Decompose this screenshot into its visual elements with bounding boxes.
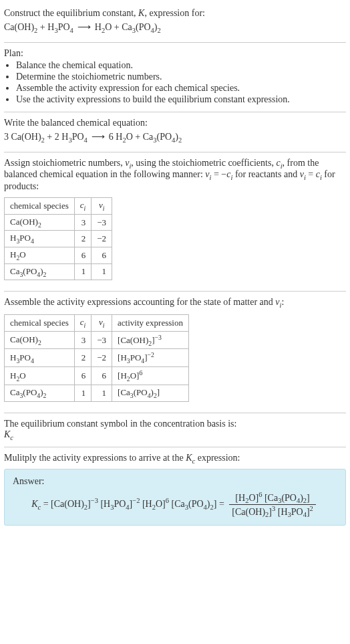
plan-list: Balance the chemical equation. Determine… (4, 60, 346, 105)
var-K: K (138, 8, 144, 18)
arrow-icon: ⟶ (73, 22, 95, 32)
species: Ca3(PO4)2 (122, 22, 161, 32)
table-row: H3PO4 2 −2 (5, 231, 112, 247)
sec-prompt: Construct the equilibrium constant, K, e… (4, 3, 346, 43)
col-species: chemical species (5, 198, 75, 215)
activity-table: chemical species ci νi activity expressi… (4, 314, 189, 402)
cell: 3 (74, 214, 92, 231)
species: H2O (95, 22, 112, 32)
species: Ca(OH)2 (4, 22, 37, 32)
species: H2O (116, 132, 133, 142)
col-activity: activity expression (112, 314, 189, 331)
species: Ca3(PO4)2 (143, 132, 182, 142)
table-row: Ca3(PO4)2 1 1 (5, 263, 112, 280)
document: Construct the equilibrium constant, K, e… (0, 0, 350, 534)
cell: 2 (74, 231, 92, 247)
sec-activity: Assemble the activity expressions accoun… (4, 292, 346, 413)
coef: 2 (55, 132, 62, 142)
cell: H3PO4 (5, 231, 75, 247)
table-row: H2O 6 6 [H2O]6 (5, 367, 189, 385)
arrow-icon: ⟶ (88, 132, 109, 142)
cell: 2 (74, 349, 92, 367)
balanced-equation: 3 Ca(OH)2 + 2 H3PO4⟶6 H2O + Ca3(PO4)2 (4, 131, 346, 144)
list-item: Assemble the activity expression for eac… (16, 83, 346, 94)
stoich-text: Assign stoichiometric numbers, νi, using… (4, 158, 346, 193)
cell: 6 (92, 247, 112, 263)
answer-box: Answer: Kc = [Ca(OH)2]−3 [H3PO4]−2 [H2O]… (4, 469, 346, 526)
cell: H2O (5, 247, 75, 263)
text: The equilibrium constant symbol in the c… (4, 419, 346, 429)
term: [H3PO4]−2 (98, 499, 140, 509)
cell: Ca(OH)2 (5, 214, 75, 231)
denominator: [Ca(OH)2]3 [H3PO4]2 (229, 505, 316, 518)
cell: 6 (74, 367, 92, 385)
cell: 6 (74, 247, 92, 263)
balanced-title: Write the balanced chemical equation: (4, 118, 346, 128)
cell: [Ca(OH)2]−3 (112, 331, 189, 349)
list-item: Determine the stoichiometric numbers. (16, 72, 346, 82)
cell: 1 (74, 263, 92, 280)
cell: −3 (92, 214, 112, 231)
table-row: Ca(OH)2 3 −3 [Ca(OH)2]−3 (5, 331, 189, 349)
answer-label: Answer: (13, 476, 337, 487)
text: Construct the equilibrium constant, (4, 8, 138, 18)
fraction: [H2O]6 [Ca3(PO4)2] [Ca(OH)2]3 [H3PO4]2 (229, 491, 316, 519)
sec-balanced: Write the balanced chemical equation: 3 … (4, 112, 346, 152)
answer-expression: Kc = [Ca(OH)2]−3 [H3PO4]−2 [H2O]6 [Ca3(P… (13, 491, 337, 519)
unbalanced-equation: Ca(OH)2 + H3PO4⟶H2O + Ca3(PO4)2 (4, 21, 346, 34)
sec-answer: Mulitply the activity expressions to arr… (4, 447, 346, 532)
multiply-text: Mulitply the activity expressions to arr… (4, 453, 346, 465)
cell: 1 (74, 385, 92, 402)
table-row: H2O 6 6 (5, 247, 112, 263)
cell: 6 (92, 367, 112, 385)
coef: 6 (109, 132, 116, 142)
cell: 3 (74, 331, 92, 349)
cell: [H2O]6 (112, 367, 189, 385)
stoich-table: chemical species ci νi Ca(OH)2 3 −3 H3PO… (4, 197, 112, 280)
col-species: chemical species (5, 314, 75, 331)
cell: Ca3(PO4)2 (5, 385, 75, 402)
coef: 3 (4, 132, 11, 142)
cell: −3 (92, 331, 112, 349)
plus: + (112, 22, 122, 32)
plus: + (37, 22, 47, 32)
list-item: Balance the chemical equation. (16, 60, 346, 71)
cell: [H3PO4]−2 (112, 349, 189, 367)
table-row: Ca3(PO4)2 1 1 [Ca3(PO4)2] (5, 385, 189, 402)
term: [Ca(OH)2]−3 (51, 499, 98, 509)
cell: −2 (92, 231, 112, 247)
table-row: chemical species ci νi (5, 198, 112, 215)
cell: Ca(OH)2 (5, 331, 75, 349)
col-ci: ci (74, 314, 92, 331)
prompt-line: Construct the equilibrium constant, K, e… (4, 8, 346, 19)
cell: [Ca3(PO4)2] (112, 385, 189, 402)
numerator: [H2O]6 [Ca3(PO4)2] (229, 491, 316, 505)
species: Ca(OH)2 (11, 132, 45, 142)
sec-kc-symbol: The equilibrium constant symbol in the c… (4, 413, 346, 447)
cell: H3PO4 (5, 349, 75, 367)
species: H3PO4 (47, 22, 73, 32)
cell: H2O (5, 367, 75, 385)
sec-stoich: Assign stoichiometric numbers, νi, using… (4, 152, 346, 292)
text: , expression for: (144, 8, 205, 18)
activity-text: Assemble the activity expressions accoun… (4, 297, 346, 309)
cell: Ca3(PO4)2 (5, 263, 75, 280)
col-nui: νi (92, 198, 112, 215)
cell: 1 (92, 385, 112, 402)
table-row: Ca(OH)2 3 −3 (5, 214, 112, 231)
table-row: chemical species ci νi activity expressi… (5, 314, 189, 331)
plan-title: Plan: (4, 48, 346, 59)
table-row: H3PO4 2 −2 [H3PO4]−2 (5, 349, 189, 367)
kc: Kc (4, 429, 346, 441)
sec-plan: Plan: Balance the chemical equation. Det… (4, 43, 346, 112)
plus: + (45, 132, 55, 142)
term: [Ca3(PO4)2] (169, 499, 216, 509)
col-ci: ci (74, 198, 92, 215)
cell: −2 (92, 349, 112, 367)
species: H3PO4 (61, 132, 88, 142)
plus: + (133, 132, 143, 142)
term: [H2O]6 (140, 499, 169, 509)
col-nui: νi (92, 314, 112, 331)
cell: 1 (92, 263, 112, 280)
list-item: Use the activity expressions to build th… (16, 94, 346, 105)
